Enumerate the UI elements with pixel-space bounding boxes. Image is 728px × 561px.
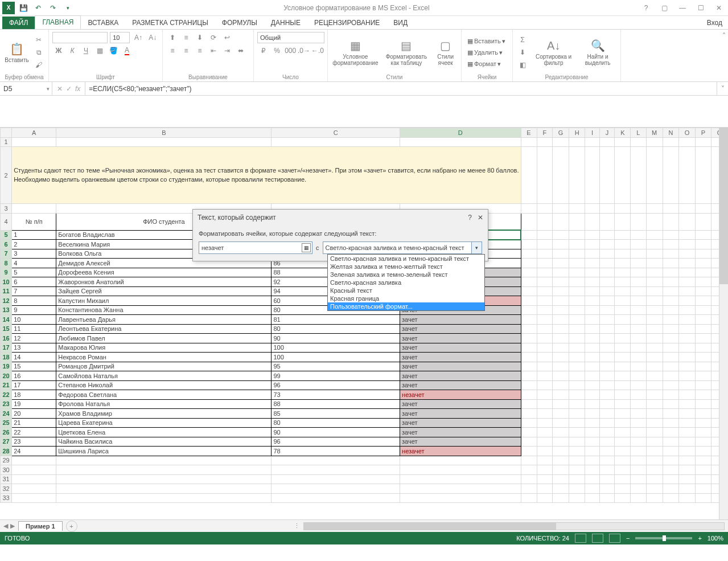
new-sheet-icon[interactable]: + [66,521,77,532]
format-cells-button[interactable]: ▦ Формат ▾ [465,58,508,69]
minimize-icon[interactable]: — [676,4,689,12]
row-header[interactable]: 11 [1,286,12,296]
row-header[interactable]: 31 [1,474,12,484]
enter-formula-icon[interactable]: ✓ [66,85,72,93]
cut-icon[interactable]: ✂ [32,34,45,46]
increase-indent-icon[interactable]: ⇥ [221,45,233,56]
cell-num[interactable]: 13 [12,343,56,353]
dropdown-option[interactable]: Зеленая заливка и темно-зеленый текст [328,271,484,279]
row-header[interactable]: 5 [1,230,12,240]
italic-icon[interactable]: К [66,45,79,56]
row-header[interactable]: 25 [1,418,12,428]
cell-num[interactable]: 14 [12,353,56,362]
row-header[interactable]: 18 [1,353,12,362]
cell-num[interactable]: 16 [12,371,56,381]
cell-num[interactable]: 5 [12,268,56,277]
row-header[interactable]: 1 [1,137,12,147]
cell-result[interactable]: зачет [400,409,521,419]
sheet-nav-next-icon[interactable]: ▶ [10,522,15,530]
dialog-text-input[interactable]: незачет ▦ [199,241,312,254]
cell-num[interactable]: 10 [12,315,56,325]
font-size-combo[interactable]: 10 [110,32,130,43]
dialog-help-icon[interactable]: ? [468,214,472,222]
dialog-format-dropdown[interactable]: Светло-красная заливка и темно-красный т… [323,241,483,254]
increase-font-icon[interactable]: A↑ [132,32,144,43]
cell-fio[interactable]: Зайцев Сергей [56,286,272,296]
cell-num[interactable]: 6 [12,277,56,287]
row-header[interactable]: 26 [1,428,12,437]
cell-result[interactable]: зачет [400,399,521,409]
cell-fio[interactable]: Лаврентьева Дарья [56,315,272,325]
cell-score[interactable]: 80 [272,418,400,428]
col-header-C[interactable]: C [272,128,400,138]
cell-num[interactable]: 1 [12,230,56,240]
align-right-icon[interactable]: ≡ [194,45,206,56]
row-header[interactable]: 16 [1,334,12,343]
qat-customize-icon[interactable]: ▾ [61,2,74,14]
dropdown-option[interactable]: Светло-красная заливка [328,279,484,286]
cell-fio[interactable]: Дорофеева Ксения [56,268,272,277]
cell-result[interactable]: зачет [400,343,521,353]
cell-score[interactable]: 85 [272,409,400,419]
sign-in-link[interactable]: Вход [701,17,728,29]
col-header-P[interactable]: P [696,128,711,138]
row-header[interactable]: 4 [1,213,12,230]
cell-fio[interactable]: Шишкина Лариса [56,447,272,456]
col-header-F[interactable]: F [537,128,553,138]
cell-result[interactable]: зачет [400,371,521,381]
cell-score[interactable]: 96 [272,437,400,447]
view-page-break-icon[interactable] [609,534,620,543]
fill-icon[interactable]: ⬇ [516,47,529,58]
row-header[interactable]: 10 [1,277,12,287]
cell-fio[interactable]: Степанов Николай [56,380,272,390]
cell-fio[interactable]: Константинова Жанна [56,305,272,315]
zoom-out-icon[interactable]: − [626,535,630,542]
col-header-G[interactable]: G [553,128,569,138]
maximize-icon[interactable]: ☐ [694,4,708,12]
row-header[interactable]: 2 [1,147,12,204]
cell-result[interactable]: зачет [400,334,521,343]
cancel-formula-icon[interactable]: ✕ [57,85,63,93]
dialog-close-icon[interactable]: ✕ [478,214,483,222]
number-format-combo[interactable]: Общий [257,32,324,43]
range-picker-icon[interactable]: ▦ [302,243,311,252]
tab-view[interactable]: ВИД [386,17,414,29]
dropdown-option[interactable]: Красный текст [328,286,484,294]
cell-num[interactable]: 7 [12,286,56,296]
redo-icon[interactable]: ↷ [47,2,59,14]
cell-num[interactable]: 12 [12,334,56,343]
col-header-D[interactable]: D [400,128,521,138]
cell-result[interactable]: зачет [400,353,521,362]
tab-file[interactable]: ФАЙЛ [2,17,35,29]
row-header[interactable]: 27 [1,437,12,447]
view-page-layout-icon[interactable] [592,534,603,543]
col-header-I[interactable]: I [585,128,599,138]
align-bottom-icon[interactable]: ⬇ [194,32,206,43]
help-icon[interactable]: ? [639,4,653,12]
border-icon[interactable]: ▦ [93,45,106,56]
col-header-L[interactable]: L [631,128,646,138]
tab-formulas[interactable]: ФОРМУЛЫ [215,17,264,29]
cell-fio[interactable]: Чайкина Василиса [56,437,272,447]
vertical-scrollbar[interactable] [719,128,728,519]
row-header[interactable]: 7 [1,249,12,259]
cell-fio[interactable]: Любимов Павел [56,334,272,343]
zoom-slider[interactable] [635,537,692,539]
decrease-font-icon[interactable]: A↓ [147,32,159,43]
row-header[interactable]: 3 [1,204,12,214]
tab-review[interactable]: РЕЦЕНЗИРОВАНИЕ [307,17,386,29]
formula-bar[interactable]: =ЕСЛИ(C5<80;"незачет";"зачет") [85,82,717,95]
col-header-A[interactable]: A [12,128,56,138]
delete-cells-button[interactable]: ▦ Удалить ▾ [465,47,508,58]
dropdown-option[interactable]: Желтая заливка и темно-желтый текст [328,263,484,271]
cell-result[interactable]: зачет [400,380,521,390]
font-family-combo[interactable] [52,32,108,43]
bold-icon[interactable]: Ж [52,45,65,56]
cell-num[interactable]: 15 [12,362,56,371]
col-header-M[interactable]: M [646,128,663,138]
sort-filter-button[interactable]: A↓ Сортировка и фильтр [531,32,576,73]
cell-num[interactable]: 3 [12,249,56,259]
cell-score[interactable]: 80 [272,324,400,334]
orientation-icon[interactable]: ⟳ [207,32,220,43]
cell-score[interactable]: 81 [272,315,400,325]
